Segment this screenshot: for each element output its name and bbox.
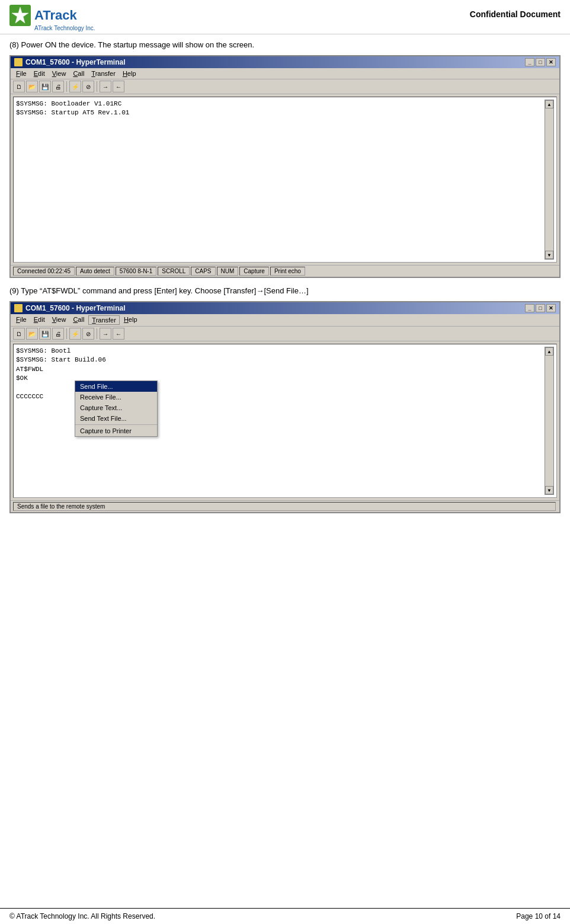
terminal-area-1[interactable]: $SYSMSG: Bootloader V1.01RC $SYSMSG: Sta… [13, 97, 557, 263]
scroll-track-2 [545, 356, 553, 486]
toolbar-sep-3 [66, 328, 67, 339]
menubar-2[interactable]: File Edit View Call Transfer Help [11, 314, 559, 327]
scroll-down-1[interactable]: ▼ [545, 251, 553, 259]
status-detect-1: Auto detect [76, 267, 114, 276]
menu-file-1[interactable]: File [13, 69, 30, 78]
toolbar-sep-1 [66, 81, 67, 92]
toolbar-1[interactable]: 🗋 📂 💾 🖨 ⚡ ⊘ → ← [11, 79, 559, 94]
logo-subtitle: ATrack Technology Inc. [34, 25, 95, 31]
titlebar-icon-2 [14, 304, 23, 312]
step9-text: (9) Type “AT$FWDL” command and press [En… [9, 286, 561, 295]
status-capture-1: Capture [239, 267, 269, 276]
menu-view-1[interactable]: View [49, 69, 69, 78]
scroll-up-1[interactable]: ▲ [545, 100, 553, 108]
hyperterminal-window-2: COM1_57600 - HyperTerminal _ □ ✕ File Ed… [9, 301, 561, 513]
terminal-line-2-1: $SYSMSG: Bootl [16, 347, 554, 356]
terminal-container-1: $SYSMSG: Bootloader V1.01RC $SYSMSG: Sta… [11, 97, 559, 263]
page-header: ATrack ATrack Technology Inc. Confidenti… [0, 0, 570, 34]
menu-help-1[interactable]: Help [120, 69, 139, 78]
toolbar-disconnect-2[interactable]: ⊘ [82, 328, 94, 340]
step8-text: (8) Power ON the device. The startup mes… [9, 40, 561, 49]
window-controls-2[interactable]: _ □ ✕ [525, 304, 556, 312]
menu-transfer-1[interactable]: Transfer [88, 69, 119, 78]
toolbar-print-1[interactable]: 🖨 [52, 81, 64, 92]
logo-text: ATrack [34, 8, 77, 23]
menu-view-2[interactable]: View [49, 315, 69, 325]
statusbar-2: Sends a file to the remote system [11, 500, 559, 512]
page-footer: © ATrack Technology Inc. All Rights Rese… [0, 908, 570, 924]
maximize-button-2[interactable]: □ [536, 304, 545, 312]
logo-icon: ATrack [9, 5, 77, 26]
scrollbar-2[interactable]: ▲ ▼ [545, 347, 554, 495]
close-button-2[interactable]: ✕ [546, 304, 556, 312]
titlebar-title-1: COM1_57600 - HyperTerminal [25, 58, 126, 66]
minimize-button-1[interactable]: _ [525, 58, 534, 66]
titlebar-1: COM1_57600 - HyperTerminal _ □ ✕ [11, 56, 559, 68]
titlebar-icon-1 [14, 58, 23, 66]
toolbar-disconnect-1[interactable]: ⊘ [82, 81, 94, 92]
status-caps-1: CAPS [191, 267, 215, 276]
toolbar-sep-2 [97, 81, 97, 92]
toolbar-send-2[interactable]: → [100, 328, 111, 340]
menu-edit-2[interactable]: Edit [31, 315, 48, 325]
toolbar-connect-1[interactable]: ⚡ [69, 81, 81, 92]
footer-copyright: © ATrack Technology Inc. All Rights Rese… [9, 912, 155, 920]
status-connected-1: Connected 00:22:45 [13, 267, 75, 276]
hyperterminal-window-1: COM1_57600 - HyperTerminal _ □ ✕ File Ed… [9, 55, 561, 278]
dropdown-separator [75, 424, 157, 425]
dropdown-receive-file[interactable]: Receive File... [75, 392, 157, 402]
footer-page: Page 10 of 14 [516, 912, 561, 920]
toolbar-connect-2[interactable]: ⚡ [69, 328, 81, 340]
menubar-1[interactable]: File Edit View Call Transfer Help [11, 68, 559, 79]
scrollbar-1[interactable]: ▲ ▼ [545, 100, 554, 260]
toolbar-print-2[interactable]: 🖨 [52, 328, 64, 340]
titlebar-2: COM1_57600 - HyperTerminal _ □ ✕ [11, 302, 559, 314]
toolbar-recv-1[interactable]: ← [113, 81, 124, 92]
terminal-line-2-2: $SYSMSG: Start Build.06 [16, 356, 554, 365]
scroll-down-2[interactable]: ▼ [545, 486, 553, 494]
maximize-button-1[interactable]: □ [536, 58, 545, 66]
window-controls-1[interactable]: _ □ ✕ [525, 58, 556, 66]
toolbar-2[interactable]: 🗋 📂 💾 🖨 ⚡ ⊘ → ← [11, 327, 559, 341]
titlebar-title-2: COM1_57600 - HyperTerminal [25, 304, 126, 312]
toolbar-new-2[interactable]: 🗋 [13, 328, 25, 340]
toolbar-new-1[interactable]: 🗋 [13, 81, 25, 92]
status-bottom-2: Sends a file to the remote system [13, 502, 556, 511]
logo-area: ATrack ATrack Technology Inc. [9, 5, 95, 31]
terminal-line-2-3: AT$FWDL [16, 365, 554, 374]
status-printecho-1: Print echo [270, 267, 305, 276]
menu-transfer-2[interactable]: Transfer [88, 315, 120, 325]
menu-help-2[interactable]: Help [121, 315, 140, 325]
menu-call-1[interactable]: Call [70, 69, 87, 78]
toolbar-open-1[interactable]: 📂 [26, 81, 38, 92]
toolbar-recv-2[interactable]: ← [113, 328, 124, 340]
confidential-label: Confidential Document [470, 5, 561, 19]
toolbar-sep-4 [97, 328, 97, 339]
menu-call-2[interactable]: Call [70, 315, 87, 325]
menu-file-2[interactable]: File [13, 315, 30, 325]
logo-star-icon [9, 5, 31, 26]
scroll-up-2[interactable]: ▲ [545, 347, 553, 356]
toolbar-save-2[interactable]: 💾 [39, 328, 51, 340]
titlebar-left-2: COM1_57600 - HyperTerminal [14, 304, 126, 312]
scroll-track-1 [545, 108, 553, 251]
terminal-line-1-1: $SYSMSG: Bootloader V1.01RC [16, 100, 554, 108]
status-baud-1: 57600 8-N-1 [116, 267, 157, 276]
toolbar-send-1[interactable]: → [100, 81, 111, 92]
terminal-container-2: $SYSMSG: Bootl $SYSMSG: Start Build.06 A… [11, 344, 559, 498]
toolbar-open-2[interactable]: 📂 [26, 328, 38, 340]
status-scroll-1: SCROLL [158, 267, 190, 276]
menu-edit-1[interactable]: Edit [31, 69, 48, 78]
dropdown-send-text-file[interactable]: Send Text File... [75, 413, 157, 424]
dropdown-send-file[interactable]: Send File... [75, 381, 157, 392]
dropdown-capture-text[interactable]: Capture Text... [75, 402, 157, 413]
close-button-1[interactable]: ✕ [546, 58, 556, 66]
status-num-1: NUM [217, 267, 239, 276]
minimize-button-2[interactable]: _ [525, 304, 534, 312]
dropdown-capture-printer[interactable]: Capture to Printer [75, 426, 157, 436]
terminal-line-1-2: $SYSMSG: Startup AT5 Rev.1.01 [16, 108, 554, 117]
transfer-dropdown[interactable]: Send File... Receive File... Capture Tex… [75, 381, 158, 437]
toolbar-save-1[interactable]: 💾 [39, 81, 51, 92]
statusbar-1: Connected 00:22:45 Auto detect 57600 8-N… [11, 265, 559, 277]
titlebar-left-1: COM1_57600 - HyperTerminal [14, 58, 126, 66]
